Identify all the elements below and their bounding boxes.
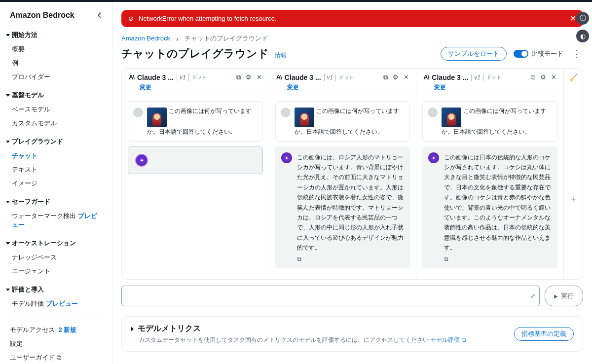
caret-down-icon [6, 34, 10, 36]
ai-text: この画像には、ロシア人形のマトリョーシカが写っています。青い背景にぼやけた光が見… [297, 152, 405, 253]
model-eval-link[interactable]: モデル評価 ⧉ [430, 336, 466, 343]
attached-image [147, 108, 167, 127]
nav-item-settings[interactable]: 設定 [0, 337, 112, 351]
nav-item-model-access[interactable]: モデルアクセス 2 新規 [0, 323, 112, 337]
metrics-toggle[interactable]: モデルメトリクス [131, 324, 466, 334]
nav-item-user-guide[interactable]: ユーザーガイド⧉ [0, 351, 112, 364]
run-button[interactable]: 実行 [545, 286, 583, 306]
nav-item-agents[interactable]: エージェント [0, 264, 112, 278]
nav-item-watermark[interactable]: ウォーターマーク検出プレビュー [0, 209, 112, 232]
add-column-icon[interactable]: ＋ [569, 193, 578, 205]
broom-icon[interactable]: 🧹 [569, 73, 578, 81]
nav-group-evaluation[interactable]: 評価と導入 [0, 282, 112, 297]
nav-item-examples[interactable]: 例 [0, 56, 112, 70]
model-sub: ドット [339, 74, 354, 81]
nav-item-knowledge-base[interactable]: ナレッジベース [0, 251, 112, 264]
caret-right-icon [131, 327, 134, 331]
compare-column: A\ Claude 3 ... v1 ドット ⧉ ⚙ ✕ 変更 [122, 69, 269, 280]
anthropic-logo-icon: A\ [423, 73, 429, 81]
load-sample-button[interactable]: サンプルをロード [441, 47, 507, 61]
caret-down-icon [6, 141, 10, 143]
ai-avatar-icon [281, 152, 292, 163]
external-link-icon: ⧉ [462, 336, 466, 343]
nav-group-safeguards[interactable]: セーフガード [0, 194, 112, 209]
model-version: v1 [471, 74, 483, 81]
model-name: Claude 3 ... [285, 73, 321, 81]
settings-icon[interactable]: ⚙ [246, 73, 252, 81]
breadcrumb: Amazon Bedrock › チャットのプレイグラウンド [121, 27, 583, 45]
info-link[interactable]: 情報 [275, 52, 287, 59]
preview-badge: プレビュー [46, 300, 78, 307]
ai-loading [128, 146, 263, 174]
metrics-description: カスタムデータセットを使用してタスク固有のメトリクスのモデルを評価するには、にア… [139, 336, 466, 344]
caret-down-icon [6, 94, 10, 97]
close-icon[interactable]: ✕ [257, 73, 262, 81]
nav-item-text[interactable]: テキスト [0, 163, 112, 177]
compare-column: A\ Claude 3 ... v1 ドット ⧉ ⚙ ✕ 変更 [416, 69, 564, 280]
nav-item-model-eval[interactable]: モデル評価プレビュー [0, 297, 112, 311]
sidebar-title: Amazon Bedrock [10, 11, 74, 20]
nav-item-providers[interactable]: プロバイダー [0, 70, 112, 84]
user-avatar-icon [133, 108, 143, 117]
anthropic-logo-icon: A\ [276, 73, 282, 81]
error-alert: ⊘ NetworkError when attempting to fetch … [121, 10, 583, 27]
copy-icon[interactable]: ⧉ [383, 73, 388, 81]
change-model-link[interactable]: 変更 [287, 83, 299, 92]
toggle-switch-icon [514, 50, 528, 58]
help-icon[interactable]: ⓘ [576, 12, 589, 25]
breadcrumb-root[interactable]: Amazon Bedrock [121, 35, 170, 42]
metrics-title: モデルメトリクス [138, 324, 201, 334]
nav-item-image[interactable]: イメージ [0, 177, 112, 190]
model-version: v1 [324, 74, 336, 81]
caret-down-icon [6, 289, 10, 291]
define-criteria-button[interactable]: 指標基準の定義 [514, 327, 574, 341]
close-icon[interactable]: ✕ [404, 73, 409, 81]
user-message: この画像には何が写っていますか。日本語で回答してください。 [422, 101, 557, 142]
new-badge: 2 新規 [59, 326, 77, 333]
change-model-link[interactable]: 変更 [140, 83, 151, 92]
settings-float-icon[interactable]: ◐ [576, 30, 589, 42]
model-sub: ドット [192, 74, 207, 81]
nav-item-overview[interactable]: 概要 [0, 42, 112, 56]
model-version: v1 [177, 74, 189, 81]
attached-image [442, 108, 461, 127]
nav-item-base-models[interactable]: ベースモデル [0, 103, 112, 116]
copy-icon[interactable]: ⧉ [531, 73, 535, 81]
change-model-link[interactable]: 変更 [434, 83, 446, 92]
user-message: この画像には何が写っていますか。日本語で回答してください。 [275, 101, 410, 142]
nav-group-playgrounds[interactable]: プレイグラウンド [0, 134, 112, 149]
kebab-menu-icon[interactable]: ⋮ [570, 48, 583, 59]
compare-column: A\ Claude 3 ... v1 ドット ⧉ ⚙ ✕ 変更 [269, 69, 417, 280]
sidebar-collapse-icon[interactable] [97, 12, 102, 18]
compare-mode-toggle[interactable]: 比較モード [514, 49, 563, 58]
copy-response-icon[interactable]: ⧉ [444, 255, 552, 262]
column-tools: 🧹 ＋ [564, 69, 583, 280]
attached-image [295, 108, 314, 127]
nav-group-orchestration[interactable]: オーケストレーション [0, 236, 112, 251]
alert-close-icon[interactable]: ✕ [570, 14, 576, 23]
nav-group-foundation-models[interactable]: 基盤モデル [0, 88, 112, 103]
prompt-input[interactable]: ⤢ [121, 286, 540, 306]
sidebar: Amazon Bedrock 開始方法 概要 例 プロバイダー 基盤モデル ベー… [0, 2, 112, 364]
ai-avatar-icon [428, 152, 439, 163]
close-icon[interactable]: ✕ [551, 73, 556, 81]
error-icon: ⊘ [128, 15, 134, 22]
ai-text: この画像には日本の伝統的な人形のコケシが写されています。コケシは丸い体に大きな目… [444, 152, 552, 253]
breadcrumb-current: チャットのプレイグラウンド [185, 35, 268, 42]
user-avatar-icon [281, 108, 291, 117]
compare-area: A\ Claude 3 ... v1 ドット ⧉ ⚙ ✕ 変更 [121, 68, 583, 280]
expand-icon[interactable]: ⤢ [530, 292, 535, 299]
main: ⓘ ◐ ⊘ NetworkError when attempting to fe… [112, 2, 592, 364]
nav-group-getting-started[interactable]: 開始方法 [0, 28, 112, 42]
nav-item-chat[interactable]: チャット [0, 149, 112, 163]
copy-icon[interactable]: ⧉ [236, 73, 241, 81]
caret-down-icon [6, 242, 10, 245]
copy-response-icon[interactable]: ⧉ [297, 255, 405, 262]
model-name: Claude 3 ... [432, 73, 468, 81]
ai-avatar-icon [135, 154, 148, 167]
settings-icon[interactable]: ⚙ [540, 73, 546, 81]
nav-item-custom-models[interactable]: カスタムモデル [0, 116, 112, 130]
model-sub: ドット [486, 74, 501, 81]
chevron-right-icon: › [176, 35, 179, 43]
settings-icon[interactable]: ⚙ [393, 73, 399, 81]
